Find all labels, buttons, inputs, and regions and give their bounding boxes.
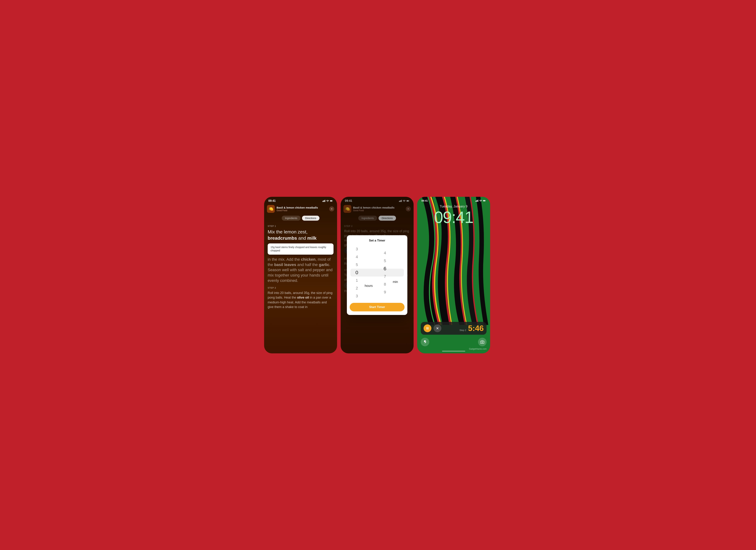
signal-icon — [322, 200, 325, 202]
timer-remaining: 5:46 — [468, 324, 484, 333]
svg-rect-17 — [476, 201, 476, 202]
status-icons-left — [322, 200, 333, 202]
svg-rect-18 — [476, 200, 477, 202]
step1-text-left: Mix the lemon zest, breadcrumbs and milk — [268, 229, 334, 241]
picker-mins-9[interactable]: 9 — [378, 288, 392, 296]
picker-hours-1[interactable]: 1 — [350, 277, 364, 284]
middle-phone-screen: 09:41 🍋 Basil & lemon chicken meatballs … — [341, 197, 414, 353]
svg-point-26 — [482, 341, 483, 343]
ls-big-time: 09:41 — [417, 208, 490, 229]
ls-status-bar: 09:41 — [417, 197, 490, 203]
mins-label: min — [392, 278, 398, 286]
svg-rect-25 — [428, 327, 428, 329]
step1-cont-left: in the mix. Add the chicken, most of the… — [268, 257, 334, 283]
hours-label: hours — [364, 282, 373, 290]
recipe-info-left: Basil & lemon chicken meatballs Good Foo… — [277, 206, 327, 212]
step2-text-left: Roll into 20 balls, around 35g, the size… — [268, 291, 334, 309]
recipe-content-left: STEP 1 Mix the lemon zest, breadcrumbs a… — [264, 222, 337, 312]
right-phone-screen: 09:41 Tuesday, January 9 09:41 Step 2 5:… — [417, 197, 490, 353]
screenshots-container: 09:41 🍋 Basil & lemon chicken meatballs … — [264, 197, 492, 353]
tab-directions-left[interactable]: Directions — [302, 216, 319, 221]
start-timer-button[interactable]: Start Timer — [350, 303, 405, 311]
picker-hours-3[interactable]: 3 — [350, 245, 364, 253]
ls-date: Tuesday, January 9 — [417, 203, 490, 208]
gadgethacks-watermark: GadgetHacks.com — [469, 348, 487, 350]
status-time-left: 09:41 — [268, 199, 276, 202]
ls-signal-icon — [476, 200, 478, 202]
recipe-icon-left: 🍋 — [267, 205, 275, 213]
recipe-title-left: Basil & lemon chicken meatballs — [277, 206, 327, 209]
picker-hours-5[interactable]: 5 — [350, 261, 364, 269]
svg-rect-0 — [322, 201, 323, 202]
picker-mins-7[interactable]: 7 — [378, 273, 392, 280]
ls-bottom-bar — [421, 338, 487, 346]
wifi-icon — [326, 200, 329, 202]
svg-rect-6 — [330, 200, 332, 201]
timer-x-icon — [436, 327, 439, 330]
camera-button[interactable] — [478, 338, 487, 346]
tooltip-text-left: 15g basil stems finely chopped and leave… — [271, 246, 331, 252]
picker-mins-5[interactable]: 5 — [378, 257, 392, 265]
tab-ingredients-left[interactable]: Ingredients — [282, 216, 300, 221]
recipe-header-left: 🍋 Basil & lemon chicken meatballs Good F… — [264, 204, 337, 214]
svg-rect-19 — [477, 200, 477, 202]
svg-point-4 — [327, 201, 328, 202]
mins-label-col: min — [392, 259, 405, 286]
picker-mins-8[interactable]: 8 — [378, 280, 392, 288]
tooltip-box-left: 15g basil stems finely chopped and leave… — [268, 243, 334, 255]
tab-bar-left: Ingredients Directions — [264, 214, 337, 222]
svg-rect-23 — [483, 200, 485, 201]
ls-battery-icon — [483, 200, 486, 202]
home-indicator — [442, 351, 465, 352]
recipe-source-left: Good Food — [277, 209, 327, 212]
timer-picker[interactable]: 3 4 5 0 1 2 3 hours — [350, 245, 405, 300]
svg-rect-3 — [325, 200, 325, 202]
svg-point-21 — [481, 201, 481, 202]
timer-info: Step 2 5:46 — [443, 324, 484, 332]
step2-label-left: STEP 2 — [268, 287, 334, 289]
ls-wifi-icon — [479, 200, 482, 202]
flashlight-button[interactable] — [421, 338, 429, 346]
ls-status-time: 09:41 — [421, 199, 428, 202]
svg-rect-1 — [323, 201, 324, 202]
close-button-left[interactable]: ✕ — [329, 206, 334, 211]
timer-pause-button[interactable] — [424, 324, 431, 332]
timer-modal-title: Set a Timer — [350, 239, 405, 242]
status-bar-left: 09:41 — [264, 197, 337, 204]
picker-hours-4[interactable]: 4 — [350, 253, 364, 261]
timer-modal-overlay: Set a Timer 3 4 5 0 1 2 3 — [341, 197, 414, 353]
picker-hours-2[interactable]: 2 — [350, 284, 364, 292]
picker-mins-6[interactable]: 6 — [378, 265, 392, 273]
battery-icon — [330, 200, 333, 202]
flashlight-icon — [423, 340, 427, 344]
picker-hours-0[interactable]: 0 — [350, 269, 364, 277]
picker-hours-3b[interactable]: 3 — [350, 292, 364, 300]
picker-mins-4[interactable]: 4 — [378, 249, 392, 257]
timer-widget: Step 2 5:46 — [421, 322, 487, 335]
step1-label-left: STEP 1 — [268, 225, 334, 227]
svg-rect-24 — [427, 327, 427, 329]
timer-close-button[interactable] — [434, 324, 441, 332]
mins-column[interactable]: 4 5 6 7 8 9 — [378, 249, 392, 296]
timer-modal: Set a Timer 3 4 5 0 1 2 3 — [347, 235, 407, 315]
hours-label-col: hours — [364, 255, 376, 290]
left-phone-screen: 09:41 🍋 Basil & lemon chicken meatballs … — [264, 197, 337, 353]
timer-step-label: Step 2 5:46 — [443, 324, 484, 332]
hours-column[interactable]: 3 4 5 0 1 2 3 — [350, 245, 364, 300]
pause-icon — [426, 327, 429, 330]
svg-rect-20 — [478, 200, 478, 202]
camera-icon — [480, 340, 484, 344]
ls-status-icons — [476, 200, 486, 202]
svg-rect-2 — [324, 200, 324, 202]
